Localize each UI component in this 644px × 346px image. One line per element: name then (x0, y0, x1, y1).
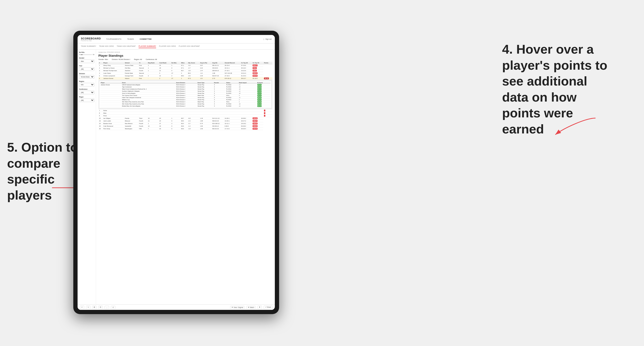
points-badge[interactable]: 68.54 (252, 72, 258, 74)
table-row: 25 Cole Sherwood Vanderbilt Fourth 12 23… (98, 125, 272, 128)
no-rds-slider-row: 4 52 (79, 54, 94, 55)
tt-col-status: Status (226, 82, 238, 84)
tt-points[interactable]: 68.50 (257, 97, 262, 99)
tt-points[interactable]: 30.47 (257, 99, 262, 101)
points-badge[interactable]: 36.49 (252, 128, 258, 130)
sidebar-year: Year (All) (79, 65, 94, 71)
points-badge[interactable] (264, 110, 265, 112)
tt-points[interactable]: 53.60 (257, 86, 262, 88)
separator-icon: | (264, 38, 264, 40)
tt-points[interactable]: 56.18 (257, 103, 262, 105)
tooltip-row: Player Event Event Division Event Type R… (98, 80, 272, 109)
logo-text: SCOREBOARD (81, 37, 101, 40)
redo-button[interactable]: ↪ (86, 306, 90, 309)
tt-points[interactable]: 66.40 (257, 105, 262, 107)
points-badge[interactable] (264, 112, 265, 114)
nav-committee[interactable]: COMMITTEE (138, 37, 152, 41)
division-select[interactable]: NCAA Division I (79, 75, 94, 79)
conference-label: Conference (79, 88, 94, 90)
subnav-player-h2h-heatmap[interactable]: PLAYER H2H HEATMAP (179, 45, 200, 48)
col-conf-rank: Conf Rank (159, 62, 171, 64)
watch-icon: 👁 (248, 307, 250, 308)
copy-button[interactable]: ⊞ (92, 306, 96, 309)
col-adj-score: Adj. Score (187, 62, 199, 64)
points-badge[interactable]: 46.02 (252, 123, 258, 125)
region-select[interactable]: N/A (79, 83, 94, 86)
points-badge[interactable] (264, 115, 265, 117)
subnav-player-summary[interactable]: PLAYER SUMMARY (138, 45, 156, 48)
tooltip-table: Player Event Event Division Event Type R… (100, 82, 270, 107)
tt-points[interactable]: 40.64 (257, 84, 262, 86)
table-row: 26 Petr Hruby Washington Fifth 7 23 0 69… (98, 128, 272, 130)
undo-button[interactable]: ↩ (80, 306, 84, 309)
tt-points[interactable]: 24.11 (257, 94, 262, 96)
subnav-team-h2h-heatmap[interactable]: TEAM H2H HEATMAP (116, 45, 136, 48)
points-badge[interactable]: 48.27 (252, 120, 258, 122)
points-badge[interactable]: 70.2 (252, 70, 257, 72)
tt-col-player: Player (100, 82, 122, 84)
tt-points[interactable]: 57.57 (257, 92, 262, 94)
more-button[interactable]: … (104, 306, 109, 309)
sidebar-region: Region N/A (79, 81, 94, 86)
points-badge-active[interactable]: 58.18 (264, 77, 269, 79)
col-vs-top25: Vs Top 25 (240, 62, 252, 64)
view-label: View: Original (234, 307, 243, 308)
tt-points[interactable]: 46.71 (257, 88, 262, 90)
table-row: 7 Niche (98, 109, 272, 112)
points-badge[interactable]: 38.95 (252, 125, 258, 127)
subnav-team-h2h-grid[interactable]: TEAM H2H GRID (99, 45, 114, 48)
no-rds-slider[interactable] (80, 54, 92, 55)
conference-select[interactable]: (All) (79, 91, 94, 94)
arrow-4-icon (550, 116, 598, 139)
conference-filter: Conference: All (146, 59, 157, 60)
standings-table: # Player School Yr Reg Rank Conf Rank No… (98, 62, 272, 130)
sidebar-gender: Gender Men (79, 57, 94, 63)
points-badge[interactable]: 88.27 (252, 64, 258, 66)
player-select[interactable]: (All) (79, 99, 94, 102)
watch-button[interactable]: 👁 Watch (246, 306, 256, 309)
col-yr: Yr (138, 62, 147, 64)
tt-points[interactable]: 73.23 (257, 90, 262, 92)
tt-col-rank-impact: Rank Impact (238, 82, 257, 84)
col-rank: # (98, 62, 103, 64)
sign-out-button[interactable]: Sign out (265, 38, 272, 40)
table-row: 9 Prest (98, 115, 272, 117)
gender-select[interactable]: Men (79, 59, 94, 63)
col-no-rds: No Rds. (171, 62, 180, 64)
table-row: 4 Luke Claton Florida State Second - 5 2… (98, 72, 272, 75)
view-original-button[interactable]: 👁 View: Original (230, 306, 244, 309)
subnav-team-summary[interactable]: TEAM SUMMARY (81, 45, 96, 48)
col-avg-sg: Avg SG (212, 62, 224, 64)
share-label: Share (267, 306, 271, 308)
table-row: 3 Michael Thorbjornsen Stanford Fourth 1… (98, 69, 272, 72)
watch-label: Watch (250, 307, 254, 308)
nav-items: TOURNAMENTS TEAMS COMMITTEE (105, 37, 264, 41)
nav-teams[interactable]: TEAMS (126, 37, 135, 41)
table-row: 5 Christo Lamprecht Georgia Tech Fourth … (98, 75, 272, 77)
tt-points[interactable]: 25.98 (257, 101, 262, 103)
year-select[interactable]: (All) (79, 67, 94, 71)
subnav-player-h2h-grid[interactable]: PLAYER H2H GRID (159, 45, 176, 48)
share-icon: ↗ (265, 306, 266, 308)
no-rds-max: 52 (93, 54, 94, 55)
col-wins: Wins (180, 62, 187, 64)
no-rds-label: No Rds. (79, 51, 94, 53)
clock-button[interactable]: ⏱ (111, 306, 116, 309)
download-button[interactable]: ⬇ (258, 306, 262, 309)
points-badge[interactable]: 60.49 (252, 75, 258, 77)
tooltip-inner: Player Event Event Division Event Type R… (99, 81, 272, 108)
table-row-highlighted: 6 Jackson Koivan Auburn First - 2 27 1 6… (98, 77, 272, 80)
share-button[interactable]: ↗ Share (264, 306, 272, 309)
main-content: No Rds. 4 52 Gender Men (78, 50, 275, 304)
tablet-frame: SCOREBOARD Powered by clipp TOURNAMENTS … (73, 31, 279, 314)
paste-button[interactable]: ⊟ (98, 306, 103, 309)
sidebar-conference: Conference (All) (79, 88, 94, 94)
nav-tournaments[interactable]: TOURNAMENTS (105, 37, 122, 41)
col-overall-record: Overall Record (224, 62, 240, 64)
points-badge[interactable]: 48.58 (252, 117, 258, 119)
filter-row: Gender: Men Division: NCAA Division I Re… (98, 59, 272, 60)
table-row: Southern Highlands Collegiate NCAA Divis… (100, 90, 270, 92)
points-badge[interactable]: 76.2 (252, 67, 257, 69)
tt-col-event-type: Event Type (197, 82, 214, 84)
table-row: Amer An Intercollegiate NCAA Division I … (100, 92, 270, 94)
